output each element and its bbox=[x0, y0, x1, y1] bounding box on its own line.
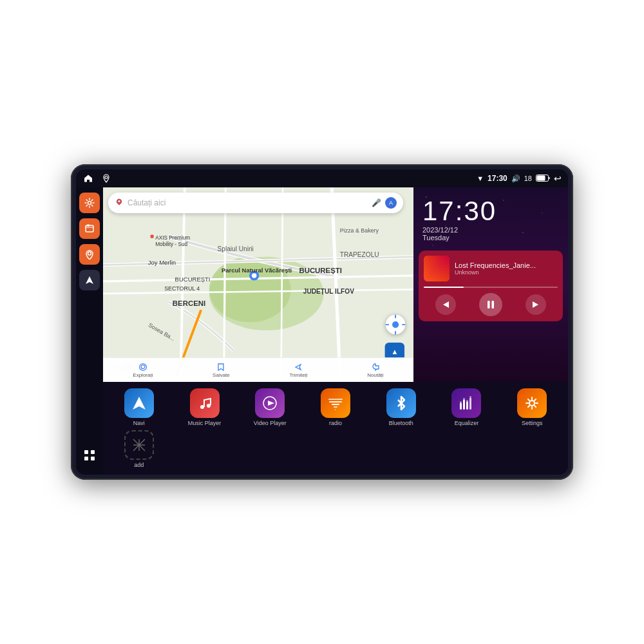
map-search-placeholder[interactable]: Căutați aici bbox=[128, 198, 372, 207]
radio-label: radio bbox=[329, 420, 342, 426]
center-area: Splaiul Unirii Sosea Ba... TRAPEZOLU BER… bbox=[103, 187, 568, 475]
svg-rect-4 bbox=[86, 225, 93, 232]
svg-rect-55 bbox=[466, 401, 468, 410]
radio-icon bbox=[321, 388, 350, 418]
status-time: 17:30 bbox=[488, 174, 507, 183]
sidebar-nav-btn[interactable] bbox=[79, 270, 100, 290]
app-video-player[interactable]: Video Player bbox=[239, 388, 301, 426]
svg-rect-25 bbox=[151, 235, 154, 238]
device-screen: ▼ 17:30 🔊 18 ↩ bbox=[76, 169, 568, 475]
voice-search-icon[interactable]: 🎤 bbox=[372, 198, 381, 207]
map-news-btn[interactable]: Noutăți bbox=[367, 363, 383, 378]
app-bluetooth[interactable]: Bluetooth bbox=[370, 388, 432, 426]
back-icon[interactable]: ↩ bbox=[554, 173, 562, 184]
map-saved-btn[interactable]: Salvate bbox=[213, 363, 230, 378]
svg-rect-58 bbox=[463, 398, 465, 399]
svg-rect-51 bbox=[334, 406, 337, 408]
map-search-bar[interactable]: Căutați aici 🎤 A bbox=[108, 193, 403, 213]
map-icon[interactable] bbox=[100, 173, 112, 184]
navi-label: Navi bbox=[133, 420, 145, 426]
app-settings[interactable]: Settings bbox=[501, 388, 563, 426]
music-meta: Lost Frequencies_Janie... Unknown bbox=[455, 261, 558, 276]
right-panel: 17:30 2023/12/12 Tuesday bbox=[413, 187, 568, 382]
home-icon[interactable] bbox=[82, 173, 94, 184]
map-account-icon[interactable]: A bbox=[385, 197, 397, 209]
apps-grid: Navi Music Player bbox=[108, 388, 563, 468]
album-art bbox=[424, 256, 450, 281]
clock-area: 17:30 2023/12/12 Tuesday bbox=[413, 187, 568, 247]
music-player-label: Music Player bbox=[188, 420, 222, 426]
svg-text:Joy Merlin: Joy Merlin bbox=[148, 259, 176, 266]
svg-point-6 bbox=[88, 252, 91, 255]
svg-point-41 bbox=[118, 200, 120, 202]
music-player: Lost Frequencies_Janie... Unknown bbox=[419, 251, 563, 321]
svg-rect-49 bbox=[329, 401, 342, 402]
sidebar-files-btn[interactable] bbox=[79, 218, 100, 239]
pause-btn[interactable] bbox=[479, 293, 502, 316]
equalizer-icon bbox=[451, 388, 481, 418]
battery-icon bbox=[536, 175, 550, 183]
music-progress-bar[interactable] bbox=[424, 287, 558, 288]
explore-label: Explorați bbox=[133, 372, 153, 378]
svg-text:BUCUREȘTI: BUCUREȘTI bbox=[299, 267, 342, 274]
music-info: Lost Frequencies_Janie... Unknown bbox=[424, 256, 558, 281]
svg-text:Parcul Natural Văcărești: Parcul Natural Văcărești bbox=[222, 267, 292, 274]
next-track-btn[interactable] bbox=[526, 294, 546, 315]
app-add[interactable]: add bbox=[108, 430, 170, 468]
left-sidebar bbox=[76, 187, 103, 475]
svg-point-42 bbox=[141, 365, 145, 368]
saved-label: Salvate bbox=[213, 372, 230, 378]
svg-rect-43 bbox=[488, 301, 490, 308]
prev-track-btn[interactable] bbox=[435, 294, 456, 315]
music-player-icon bbox=[190, 388, 220, 418]
svg-rect-59 bbox=[466, 400, 468, 401]
bluetooth-icon bbox=[386, 388, 416, 418]
add-label: add bbox=[134, 462, 144, 468]
sidebar-settings-btn[interactable] bbox=[79, 193, 100, 213]
svg-text:Pizza & Bakery: Pizza & Bakery bbox=[340, 227, 379, 234]
settings-app-label: Settings bbox=[522, 420, 543, 426]
google-maps-icon bbox=[115, 198, 124, 209]
svg-rect-10 bbox=[91, 457, 95, 460]
video-player-icon bbox=[255, 388, 285, 418]
svg-point-32 bbox=[392, 321, 399, 328]
svg-rect-2 bbox=[537, 175, 545, 180]
clock-date: 2023/12/12 Tuesday bbox=[422, 226, 559, 242]
sidebar-grid-btn[interactable] bbox=[79, 445, 100, 466]
svg-text:BERCENI: BERCENI bbox=[173, 299, 205, 307]
map-share-btn[interactable]: Trimiteți bbox=[289, 363, 307, 378]
svg-rect-54 bbox=[463, 399, 465, 410]
svg-rect-57 bbox=[460, 401, 462, 402]
svg-rect-7 bbox=[84, 450, 88, 454]
svg-rect-48 bbox=[328, 399, 343, 400]
svg-rect-53 bbox=[460, 402, 462, 410]
main-content: Splaiul Unirii Sosea Ba... TRAPEZOLU BER… bbox=[76, 187, 568, 475]
car-head-unit: ▼ 17:30 🔊 18 ↩ bbox=[71, 164, 573, 480]
clock-display: 17:30 bbox=[422, 198, 559, 225]
map-explore-btn[interactable]: Explorați bbox=[133, 363, 153, 378]
sidebar-maps-btn[interactable] bbox=[79, 244, 100, 265]
music-progress-fill bbox=[424, 287, 464, 288]
music-controls bbox=[424, 293, 558, 316]
svg-point-23 bbox=[252, 273, 257, 278]
navi-icon bbox=[124, 388, 154, 418]
app-equalizer[interactable]: Equalizer bbox=[436, 388, 498, 426]
status-bar-left bbox=[82, 173, 112, 184]
app-navi[interactable]: Navi bbox=[108, 388, 170, 426]
svg-rect-56 bbox=[469, 397, 471, 410]
svg-text:BUCUREȘTI: BUCUREȘTI bbox=[175, 276, 211, 283]
app-music-player[interactable]: Music Player bbox=[174, 388, 236, 426]
svg-point-0 bbox=[105, 176, 108, 179]
svg-text:▲: ▲ bbox=[391, 348, 398, 355]
bluetooth-label: Bluetooth bbox=[389, 420, 413, 426]
map-panel[interactable]: Splaiul Unirii Sosea Ba... TRAPEZOLU BER… bbox=[103, 187, 413, 382]
svg-rect-60 bbox=[469, 396, 471, 397]
status-bar: ▼ 17:30 🔊 18 ↩ bbox=[76, 169, 568, 187]
svg-rect-50 bbox=[332, 404, 339, 405]
music-title: Lost Frequencies_Janie... bbox=[455, 261, 558, 269]
settings-icon bbox=[517, 388, 547, 418]
app-radio[interactable]: radio bbox=[305, 388, 366, 426]
news-label: Noutăți bbox=[367, 372, 383, 378]
album-art-inner bbox=[424, 256, 450, 281]
add-icon bbox=[124, 430, 154, 460]
